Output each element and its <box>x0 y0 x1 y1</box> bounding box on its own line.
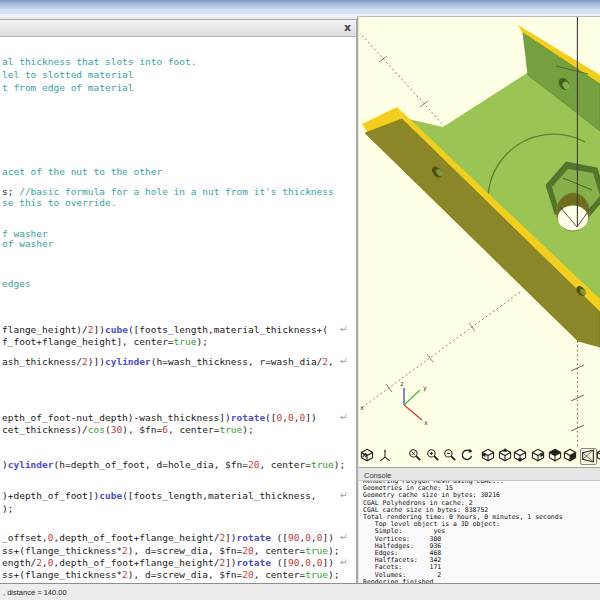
z-axis-dashes <box>571 341 584 447</box>
view-right-icon[interactable] <box>531 448 546 463</box>
code-line: )cylinder(h=depth_of_foot, d=hole_dia, $… <box>2 459 345 470</box>
view-bottom-icon[interactable] <box>513 448 528 463</box>
wrap-marker-icon: ↵ <box>340 557 348 567</box>
wrap-marker-icon: ↵ <box>340 490 348 500</box>
code-line: t from edge of material <box>2 82 134 93</box>
zoom-all-icon[interactable] <box>408 448 423 463</box>
y-axis-ticks <box>379 56 428 107</box>
svg-text:x: x <box>424 419 428 427</box>
view-center-icon[interactable] <box>563 448 578 463</box>
console-log[interactable]: Rendering Polygon Mesh using CGAL...Geom… <box>359 481 600 583</box>
code-line: ); <box>2 503 13 514</box>
x-axis-dashes <box>360 292 520 409</box>
axis-indicator: z y x <box>400 380 428 427</box>
svg-text:y: y <box>423 384 427 392</box>
code-line: epth_of_foot-nut_depth)-wash_thickness])… <box>2 412 317 423</box>
editor-panel: x al thickness that slots into foot.lel … <box>0 19 357 584</box>
perspective-icon[interactable] <box>580 448 597 465</box>
window-titlebar[interactable] <box>0 0 600 9</box>
code-line: ss+(flange_thickness*2), d=screw_dia, $f… <box>2 569 340 580</box>
code-line: al thickness that slots into foot. <box>2 56 196 67</box>
close-icon[interactable]: x <box>344 21 351 34</box>
3d-viewport[interactable]: x <box>359 16 600 447</box>
wrap-marker-icon: ↵ <box>340 356 348 366</box>
code-line: f_foot+flange_height], center=true); <box>2 336 208 347</box>
status-distance-text: , distance = 140.00 <box>0 584 600 597</box>
code-line: ss+(flange_thickness*2), d=screw_dia, $f… <box>2 545 340 556</box>
code-line: edges <box>2 278 31 289</box>
zoom-out-icon[interactable] <box>443 448 458 463</box>
reset-view-icon[interactable] <box>460 448 475 463</box>
code-line: cet_thickness)/cos(30), $fn=6, center=tr… <box>2 424 254 435</box>
show-axes-icon[interactable] <box>378 448 393 463</box>
view-all-icon[interactable] <box>360 448 375 463</box>
code-line: ash_thickness/2)])cylinder(h=wash_thickn… <box>2 356 334 367</box>
view-left-icon[interactable] <box>481 448 496 463</box>
wrap-marker-icon: ↵ <box>340 412 348 422</box>
code-line: flange_height)/2])cube([foots_length,mat… <box>2 324 328 335</box>
view-top-icon[interactable] <box>498 448 513 463</box>
code-editor[interactable]: al thickness that slots into foot.lel to… <box>0 37 356 583</box>
wrap-marker-icon: ↵ <box>340 532 348 542</box>
editor-dock-titlebar[interactable]: x <box>0 20 356 37</box>
orthogonal-icon[interactable] <box>596 448 600 463</box>
status-bar: , distance = 140.00 <box>0 583 600 600</box>
code-line: of washer <box>2 238 53 249</box>
code-line: se this to override. <box>2 197 116 208</box>
code-line: s; //basic formula for a hole in a nut f… <box>2 186 334 197</box>
openscad-window: x al thickness that slots into foot.lel … <box>0 0 600 600</box>
console-title: Console <box>359 468 600 480</box>
x-axis-edge-label: x <box>360 404 364 412</box>
svg-text:z: z <box>400 380 404 388</box>
code-line: _offset,0,depth_of_foot+flange_height/2]… <box>2 532 334 543</box>
console-header[interactable]: Console <box>359 467 600 481</box>
code-line: acet of the nut to the other <box>2 166 162 177</box>
wrap-marker-icon: ↵ <box>340 324 348 334</box>
code-line: lel to slotted material <box>2 69 134 80</box>
viewport-toolbar <box>359 447 600 467</box>
view-diagonal-icon[interactable] <box>548 448 563 463</box>
code-line: )+depth_of_foot])cube([foots_length,mate… <box>2 490 317 501</box>
zoom-in-icon[interactable] <box>426 448 441 463</box>
code-line: ength/2,0,depth_of_foot+flange_height/2]… <box>2 557 334 568</box>
